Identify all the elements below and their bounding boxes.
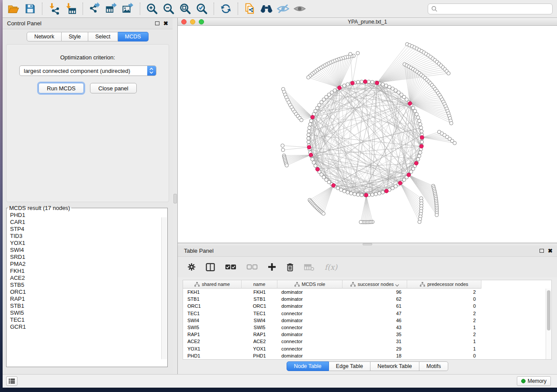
splitter-handle[interactable] <box>173 194 177 203</box>
tab-style[interactable]: Style <box>62 32 88 41</box>
table-row[interactable]: RAP1RAP1dominator352 <box>183 331 551 338</box>
zoom-out-icon[interactable] <box>160 1 177 16</box>
table-cell: 62 <box>343 296 407 302</box>
zoom-in-icon[interactable] <box>144 1 160 16</box>
table-cell: 0 <box>407 303 481 309</box>
first-neighbors-icon[interactable] <box>258 1 275 16</box>
column-header-successor-nodes[interactable]: successor nodes <box>343 280 407 289</box>
sort-desc-icon <box>396 283 399 286</box>
network-graph[interactable] <box>178 26 557 243</box>
deselect-all-columns-icon[interactable] <box>246 264 258 270</box>
import-network-icon[interactable] <box>46 1 62 16</box>
mcds-result-item[interactable]: SRD1 <box>10 254 164 261</box>
delete-columns-trash-icon[interactable] <box>286 263 294 272</box>
mcds-result-item[interactable]: PHD1 <box>10 212 164 219</box>
import-table-icon[interactable] <box>62 1 79 16</box>
horizontal-splitter[interactable] <box>178 243 557 245</box>
show-panels-menu-button[interactable] <box>6 376 17 386</box>
table-row[interactable]: SWI4SWI4dominator462 <box>183 317 551 324</box>
mcds-result-item[interactable]: YOX1 <box>10 240 164 247</box>
close-panel-button[interactable]: Close panel <box>90 83 137 93</box>
table-cell: dominator <box>277 332 343 337</box>
table-scrollbar[interactable] <box>546 289 551 359</box>
table-cell: RAP1 <box>242 332 277 337</box>
tab-node-table[interactable]: Node Table <box>287 361 329 371</box>
tab-network[interactable]: Network <box>27 32 62 41</box>
mcds-result-item[interactable]: STB5 <box>10 282 164 289</box>
tab-edge-table[interactable]: Edge Table <box>329 361 370 371</box>
export-table-icon[interactable] <box>103 1 120 16</box>
export-image-icon[interactable] <box>120 1 136 16</box>
table-row[interactable]: ACE2ACE2connector311 <box>183 338 551 345</box>
export-network-icon[interactable] <box>86 1 103 16</box>
column-header-mcds-role[interactable]: MCDS role <box>277 280 343 289</box>
table-row[interactable]: YOX1YOX1connector291 <box>183 345 551 352</box>
mcds-result-item[interactable]: ACE2 <box>10 275 164 282</box>
mcds-tab-content: Optimization criterion: largest connecte… <box>6 44 169 202</box>
float-panel-icon[interactable] <box>540 249 544 253</box>
table-cell: 2 <box>407 318 481 323</box>
table-cell: 1 <box>407 339 481 344</box>
column-header-predecessor-nodes[interactable]: predecessor nodes <box>407 280 481 289</box>
close-panel-icon[interactable]: ✖ <box>548 248 553 254</box>
node-table-body[interactable]: FKH1FKH1dominator962STB1STB1dominator620… <box>183 289 551 359</box>
table-cell: ACE2 <box>183 339 242 344</box>
mcds-result-item[interactable]: FKH1 <box>10 268 164 275</box>
table-row[interactable]: TEC1TEC1connector472 <box>183 310 551 317</box>
mcds-result-item[interactable]: RAP1 <box>10 296 164 303</box>
close-panel-icon[interactable]: ✖ <box>163 21 168 26</box>
tab-motifs[interactable]: Motifs <box>419 361 448 371</box>
run-mcds-button[interactable]: Run MCDS <box>38 83 84 93</box>
save-session-icon[interactable] <box>22 1 38 16</box>
mcds-result-item[interactable]: SWI5 <box>10 309 164 316</box>
splitter-handle[interactable] <box>363 243 372 245</box>
table-row[interactable]: PHD1PHD1dominator180 <box>183 352 551 359</box>
zoom-fit-icon[interactable] <box>177 1 194 16</box>
mcds-result-item[interactable]: PMA2 <box>10 261 164 268</box>
search-input[interactable] <box>440 6 549 12</box>
show-columns-icon[interactable] <box>206 263 215 272</box>
table-row[interactable]: STB1STB1dominator620 <box>183 296 551 303</box>
hide-selected-eye-icon[interactable] <box>275 1 291 16</box>
table-cell: 2 <box>407 311 481 316</box>
mcds-result-item[interactable]: TID3 <box>10 233 164 240</box>
mcds-result-item[interactable]: STB1 <box>10 303 164 309</box>
network-canvas[interactable] <box>178 26 557 243</box>
column-header-name[interactable]: name <box>242 280 277 289</box>
mcds-result-item[interactable]: GCR1 <box>10 323 164 330</box>
memory-button[interactable]: Memory <box>517 376 551 386</box>
create-column-icon[interactable] <box>268 263 276 271</box>
show-all-eye-icon[interactable] <box>291 1 308 16</box>
mcds-result-item[interactable]: ORC1 <box>10 289 164 296</box>
tab-mcds[interactable]: MCDS <box>118 32 149 41</box>
column-header-shared-name[interactable]: shared name <box>183 280 242 289</box>
select-all-columns-icon[interactable] <box>225 264 236 270</box>
delete-table-icon-disabled <box>304 263 315 271</box>
mcds-result-scrollbar[interactable] <box>161 217 167 359</box>
duplicate-network-icon[interactable] <box>242 1 258 16</box>
table-row[interactable]: ORC1ORC1dominator610 <box>183 303 551 309</box>
open-session-icon[interactable] <box>5 1 22 16</box>
network-titlebar[interactable]: YPA_prune.txt_1 <box>178 18 557 26</box>
float-panel-icon[interactable] <box>155 21 159 25</box>
table-settings-gear-icon[interactable] <box>187 263 196 271</box>
vertical-splitter[interactable] <box>173 18 178 374</box>
mcds-result-item[interactable]: SWI4 <box>10 247 164 254</box>
mcds-result-list[interactable]: PHD1CAR1STP4TID3YOX1SWI4SRD1PMA2FKH1ACE2… <box>7 211 167 360</box>
mcds-result-item[interactable]: STP4 <box>10 226 164 233</box>
mcds-result-box: MCDS result (17 nodes) PHD1CAR1STP4TID3Y… <box>6 205 168 367</box>
tab-network-table[interactable]: Network Table <box>370 361 419 371</box>
mcds-result-item[interactable]: CAR1 <box>10 219 164 226</box>
scrollbar-thumb[interactable] <box>547 290 550 330</box>
attribute-icon <box>294 282 300 287</box>
network-search-box[interactable] <box>428 3 553 14</box>
list-icon <box>9 378 15 384</box>
tab-select[interactable]: Select <box>88 32 118 41</box>
attribute-icon <box>194 282 200 287</box>
mcds-result-item[interactable]: TEC1 <box>10 316 164 323</box>
table-row[interactable]: FKH1FKH1dominator962 <box>183 289 551 296</box>
apply-layout-icon[interactable] <box>218 1 234 16</box>
table-row[interactable]: SWI5SWI5connector431 <box>183 324 551 331</box>
zoom-selected-icon[interactable] <box>194 1 210 16</box>
criterion-select[interactable]: largest connected component (undirected) <box>19 65 156 76</box>
